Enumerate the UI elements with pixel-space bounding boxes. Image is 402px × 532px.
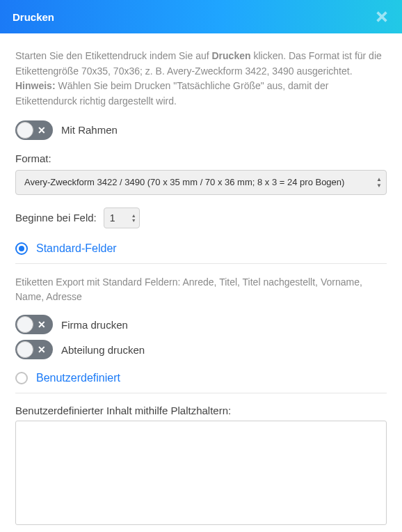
begin-field-label: Beginne bei Feld: — [15, 212, 97, 224]
custom-content-label: Benutzerdefinierter Inhalt mithilfe Plal… — [15, 405, 387, 416]
firma-drucken-row: ✕ Firma drucken — [15, 315, 387, 334]
firma-drucken-label: Firma drucken — [61, 319, 128, 331]
dialog-titlebar: Drucken — [0, 0, 402, 33]
hint-label: Hinweis: — [15, 80, 56, 91]
abteilung-drucken-row: ✕ Abteilung drucken — [15, 340, 387, 359]
custom-radio-label: Benutzerdefiniert — [36, 372, 120, 384]
begin-field-row: Beginne bei Feld: 1 ▲▼ — [15, 208, 387, 228]
toggle-knob — [17, 341, 33, 358]
custom-content-textarea[interactable] — [15, 421, 387, 525]
close-button[interactable] — [374, 9, 389, 24]
dialog-body: Starten Sie den Etikettendruck indem Sie… — [0, 33, 402, 528]
begin-field-value: 1 — [110, 212, 115, 224]
separator — [15, 263, 387, 264]
x-icon: ✕ — [38, 345, 46, 354]
print-dialog: Drucken Starten Sie den Etikettendruck i… — [0, 0, 402, 528]
standard-fields-radio[interactable] — [15, 242, 28, 255]
intro-part1: Starten Sie den Etikettendruck indem Sie… — [15, 50, 212, 61]
mit-rahmen-toggle[interactable]: ✕ — [15, 120, 53, 140]
abteilung-drucken-label: Abteilung drucken — [61, 344, 145, 356]
dialog-title: Drucken — [13, 11, 54, 23]
intro-text: Starten Sie den Etikettendruck indem Sie… — [15, 49, 387, 109]
format-selected: Avery-Zweckform 3422 / 3490 (70 x 35 mm … — [24, 177, 344, 187]
toggle-knob — [17, 316, 33, 333]
custom-radio-row[interactable]: Benutzerdefiniert — [15, 372, 387, 384]
mit-rahmen-row: ✕ Mit Rahmen — [15, 120, 387, 140]
standard-fields-label: Standard-Felder — [36, 242, 117, 255]
custom-radio[interactable] — [15, 372, 28, 384]
intro-bold: Drucken — [212, 50, 251, 61]
mit-rahmen-label: Mit Rahmen — [61, 124, 118, 136]
abteilung-drucken-toggle[interactable]: ✕ — [15, 340, 53, 359]
standard-fields-desc: Etiketten Export mit Standard Feldern: A… — [15, 275, 387, 305]
begin-field-stepper[interactable]: 1 ▲▼ — [104, 208, 140, 228]
separator — [15, 393, 387, 393]
firma-drucken-toggle[interactable]: ✕ — [15, 315, 53, 334]
updown-icon: ▲▼ — [376, 176, 382, 188]
hint-text: Wählen Sie beim Drucken "Tatsächliche Gr… — [15, 80, 328, 107]
format-select[interactable]: Avery-Zweckform 3422 / 3490 (70 x 35 mm … — [15, 170, 387, 195]
standard-fields-radio-row[interactable]: Standard-Felder — [15, 242, 387, 255]
updown-icon: ▲▼ — [131, 213, 136, 223]
x-icon: ✕ — [38, 125, 46, 135]
format-label: Format: — [15, 152, 387, 164]
x-icon: ✕ — [38, 320, 46, 329]
close-icon — [374, 9, 389, 24]
toggle-knob — [17, 122, 33, 139]
